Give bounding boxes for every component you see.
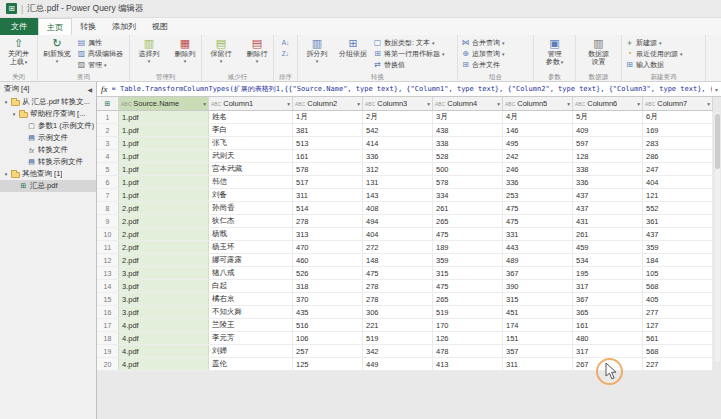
tab-home[interactable]: 主页 [38,18,72,35]
grid-cell[interactable]: 2.pdf [119,241,209,253]
grid-cell[interactable]: 1.pdf [119,111,209,123]
tab-view[interactable]: 视图 [144,18,176,35]
grid-cell[interactable]: 561 [643,332,713,344]
grid-cell[interactable]: 刘婵 [209,345,293,357]
scrollbar-thumb[interactable] [715,114,720,169]
grid-cell[interactable]: 184 [643,254,713,266]
grid-cell[interactable]: 318 [293,280,363,292]
use-first-row-as-headers-button[interactable]: ⊞将第一行用作标题▾ [371,48,447,59]
data-type-button[interactable]: ▢数据类型: 文本▾ [371,37,447,48]
grid-cell[interactable]: 286 [643,150,713,162]
formula-expand-icon[interactable]: ▾ [712,86,721,93]
grid-cell[interactable]: 480 [573,332,643,344]
grid-cell[interactable]: 125 [293,358,363,370]
close-and-load-button[interactable]: ⇧ 关闭并 上载▾ [1,36,37,66]
grid-cell[interactable]: 161 [573,319,643,331]
grid-cell[interactable]: 361 [643,215,713,227]
grid-cell[interactable]: 3.pdf [119,267,209,279]
grid-cell[interactable]: 265 [433,215,503,227]
query-tree-item[interactable]: ▾从 汇总.pdf 转换文... [0,96,96,108]
grid-cell[interactable]: 470 [293,241,363,253]
grid-cell[interactable]: 475 [433,280,503,292]
grid-cell[interactable]: 4.pdf [119,332,209,344]
refresh-preview-button[interactable]: ↻ 刷新预览 ▾ [39,36,75,64]
grid-cell[interactable]: 495 [503,137,573,149]
grid-cell[interactable]: 169 [643,124,713,136]
expander-icon[interactable]: ▾ [11,111,17,117]
grid-cell[interactable]: 4.pdf [119,319,209,331]
grid-cell[interactable]: 475 [503,215,573,227]
grid-cell[interactable]: 367 [503,267,573,279]
grid-cell[interactable]: 253 [503,189,573,201]
grid-cell[interactable]: 404 [643,176,713,188]
query-tree-item[interactable]: fx转换文件 [0,144,96,156]
append-queries-button[interactable]: ⊕追加查询▾ [459,48,507,59]
grid-cell[interactable]: 359 [643,241,713,253]
grid-cell[interactable]: 475 [363,267,433,279]
row-number[interactable]: 4 [97,150,119,162]
merge-queries-button[interactable]: ⋈合并查询▾ [459,37,507,48]
grid-cell[interactable]: 4月 [503,111,573,123]
grid-cell[interactable]: 狄仁杰 [209,215,293,227]
grid-cell[interactable]: 1.pdf [119,189,209,201]
grid-cell[interactable]: 443 [503,241,573,253]
grid-cell[interactable]: 311 [293,189,363,201]
grid-cell[interactable]: 121 [643,189,713,201]
collapse-pane-button[interactable]: ◀ [87,86,92,93]
filter-dropdown-icon[interactable]: ▾ [567,101,570,107]
grid-cell[interactable]: 489 [503,254,573,266]
grid-cell[interactable]: 449 [363,358,433,370]
properties-button[interactable]: ▤属性 [75,37,125,48]
grid-cell[interactable]: 475 [433,228,503,240]
row-number[interactable]: 15 [97,293,119,305]
tab-add-column[interactable]: 添加列 [104,18,144,35]
grid-cell[interactable]: 195 [573,267,643,279]
grid-cell[interactable]: 516 [293,319,363,331]
grid-cell[interactable]: 437 [573,202,643,214]
row-number[interactable]: 13 [97,267,119,279]
grid-cell[interactable]: 437 [573,189,643,201]
row-number[interactable]: 20 [97,358,119,370]
grid-cell[interactable]: 438 [433,124,503,136]
grid-cell[interactable]: 272 [363,241,433,253]
expander-icon[interactable]: ▾ [3,99,9,105]
filter-dropdown-icon[interactable]: ▾ [637,101,640,107]
grid-cell[interactable]: 475 [503,202,573,214]
grid-cell[interactable]: 552 [643,202,713,214]
column-header-Column7[interactable]: ABCColumn7▾ [643,97,713,110]
grid-cell[interactable]: 315 [433,267,503,279]
grid-cell[interactable]: 242 [503,150,573,162]
grid-cell[interactable]: 246 [503,163,573,175]
data-source-settings-button[interactable]: ▥ 数据源 设置 [581,36,617,66]
row-number[interactable]: 12 [97,254,119,266]
group-by-button[interactable]: ⊞ 分组依据 [335,36,371,58]
grid-cell[interactable]: 317 [573,280,643,292]
remove-rows-button[interactable]: ▤ 删除行 ▾ [239,36,273,64]
remove-columns-button[interactable]: ▦ 删除列 ▾ [167,36,201,64]
filter-dropdown-icon[interactable]: ▾ [357,101,360,107]
grid-cell[interactable]: 247 [643,163,713,175]
table-corner-icon[interactable]: ⊞ [97,97,119,110]
query-tree-item[interactable]: ▢参数1 (示例文件) [0,120,96,132]
grid-cell[interactable]: 151 [503,332,573,344]
grid-cell[interactable]: 404 [363,228,433,240]
grid-cell[interactable]: 127 [643,319,713,331]
grid-cell[interactable]: 315 [503,293,573,305]
grid-cell[interactable]: 336 [503,176,573,188]
split-column-button[interactable]: ▥ 拆分列 ▾ [299,36,335,64]
grid-cell[interactable]: 227 [643,358,713,370]
grid-cell[interactable]: 3.pdf [119,306,209,318]
filter-dropdown-icon[interactable]: ▾ [707,101,710,107]
row-number[interactable]: 16 [97,306,119,318]
grid-cell[interactable]: 2.pdf [119,254,209,266]
query-tree-item[interactable]: ▾帮助程序查询 [... [0,108,96,120]
column-header-Column3[interactable]: ABCColumn3▾ [363,97,433,110]
grid-cell[interactable]: 娜可露露 [209,254,293,266]
grid-cell[interactable]: 1月 [293,111,363,123]
row-number[interactable]: 10 [97,228,119,240]
grid-cell[interactable]: 4.pdf [119,358,209,370]
grid-cell[interactable]: 盖伦 [209,358,293,370]
grid-cell[interactable]: 370 [293,293,363,305]
row-number[interactable]: 7 [97,189,119,201]
grid-cell[interactable]: 451 [503,306,573,318]
